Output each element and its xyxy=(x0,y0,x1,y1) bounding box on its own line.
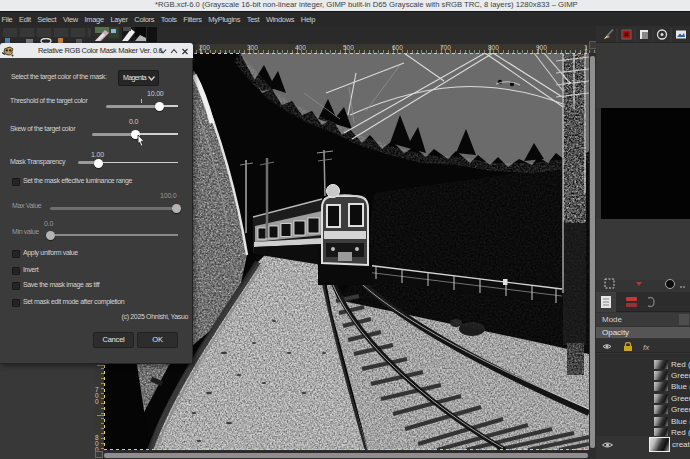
svg-text:fx: fx xyxy=(643,343,650,351)
